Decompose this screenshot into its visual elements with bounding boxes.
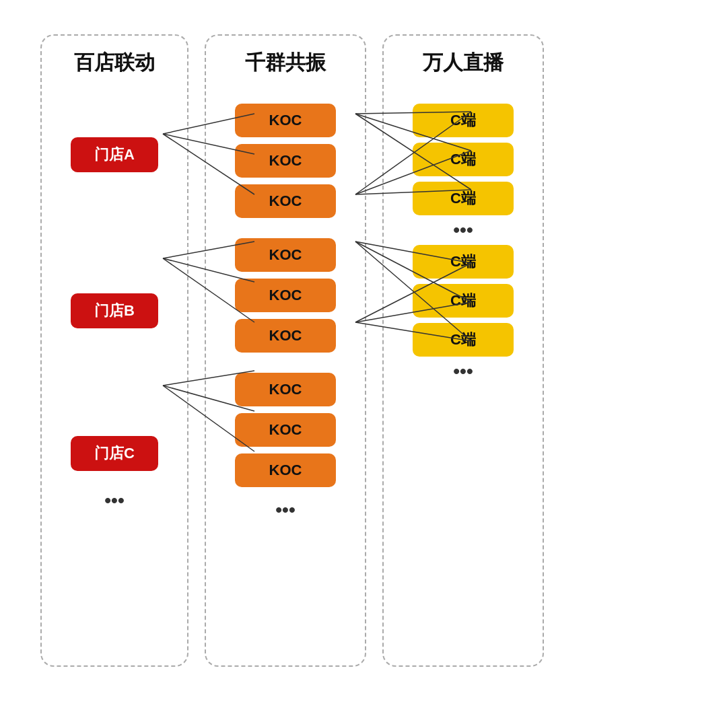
stores-column: 百店联动 门店A 门店B 门店C •••	[40, 34, 188, 667]
live-a3: C端	[413, 182, 514, 215]
koc-dots: •••	[275, 501, 295, 519]
live-column: 万人直播 C端 C端 C端 ••• C端 C端 C端 •••	[382, 34, 544, 667]
live-title: 万人直播	[423, 49, 504, 77]
koc-c1: KOC	[235, 373, 336, 406]
store-c: 门店C	[71, 436, 158, 471]
live-b3: C端	[413, 323, 514, 357]
store-a: 门店A	[71, 137, 158, 172]
koc-b2: KOC	[235, 279, 336, 312]
store-b: 门店B	[71, 293, 158, 328]
koc-a3: KOC	[235, 184, 336, 218]
stores-title: 百店联动	[74, 49, 155, 77]
koc-c3: KOC	[235, 453, 336, 487]
diagram-container: 百店联动 门店A 门店B 门店C ••• 千群共振 KOC KOC KOC KO…	[40, 34, 687, 694]
live-a1: C端	[413, 104, 514, 137]
live-b1: C端	[413, 245, 514, 279]
koc-b3: KOC	[235, 319, 336, 353]
koc-a1: KOC	[235, 104, 336, 137]
stores-dots: •••	[104, 491, 124, 510]
live-dots1: •••	[453, 221, 473, 240]
koc-a2: KOC	[235, 144, 336, 178]
koc-title: 千群共振	[245, 49, 326, 77]
live-b2: C端	[413, 284, 514, 318]
koc-column: 千群共振 KOC KOC KOC KOC KOC KOC KOC KOC KOC…	[205, 34, 366, 667]
koc-b1: KOC	[235, 238, 336, 272]
live-a2: C端	[413, 143, 514, 176]
live-dots2: •••	[453, 362, 473, 381]
koc-c2: KOC	[235, 413, 336, 447]
